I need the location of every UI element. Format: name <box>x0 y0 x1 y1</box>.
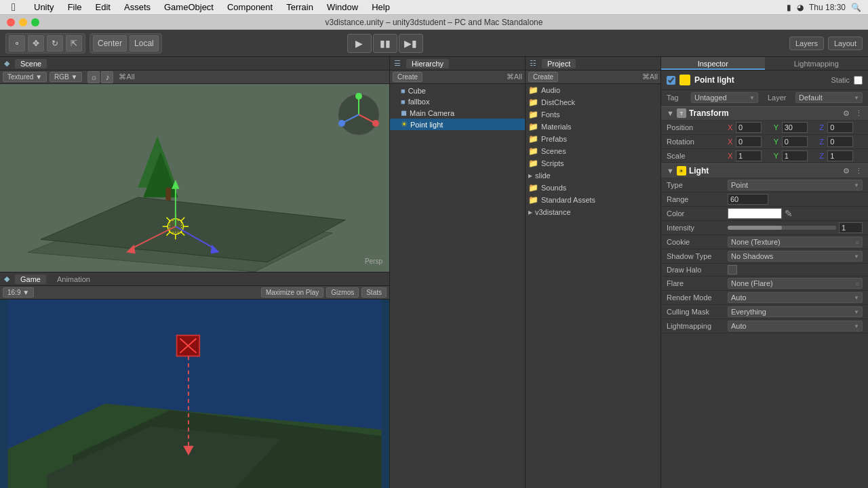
menu-component[interactable]: Component <box>220 0 279 15</box>
layer-dropdown[interactable]: Default ▼ <box>795 92 863 103</box>
hierarchy-item-main-camera[interactable]: ◼ Main Camera <box>390 107 525 119</box>
scale-y-input[interactable] <box>782 150 808 161</box>
battery-icon: ▮ <box>787 3 791 12</box>
scale-x-input[interactable] <box>736 150 762 161</box>
lightmapping-dropdown[interactable]: Auto ▼ <box>728 321 863 331</box>
ratio-button[interactable]: 16:9 ▼ <box>3 287 34 298</box>
menu-edit[interactable]: Edit <box>89 0 117 15</box>
apple-menu[interactable]:  <box>0 1 27 14</box>
tag-dropdown[interactable]: Untagged ▼ <box>691 92 758 103</box>
hierarchy-create-button[interactable]: Create <box>393 72 422 82</box>
project-folder-distcheck[interactable]: 📁 DistCheck <box>526 96 660 108</box>
folder-icon: 📁 <box>528 110 538 119</box>
rot-x-input[interactable] <box>736 136 762 147</box>
layers-dropdown[interactable]: Layers <box>789 37 824 50</box>
hierarchy-item-cube[interactable]: ■ Cube <box>390 85 525 96</box>
shadow-type-label: Shadow Type <box>667 252 728 260</box>
light-color-swatch[interactable] <box>728 208 782 219</box>
hand-tool-button[interactable]: ⚬ <box>9 35 25 52</box>
project-folder-materials[interactable]: 📁 Materials <box>526 121 660 133</box>
light-item-label: Point light <box>410 121 443 129</box>
minimize-button[interactable] <box>19 18 27 26</box>
stats-button[interactable]: Stats <box>361 287 387 298</box>
light-cookie-dropdown[interactable]: None (Texture) ○ <box>728 237 863 247</box>
scene-tab[interactable]: Scene <box>15 59 47 68</box>
project-file-slide[interactable]: ▸ slide <box>526 169 660 182</box>
menu-window[interactable]: Window <box>320 0 365 15</box>
menu-unity[interactable]: Unity <box>27 0 61 15</box>
transform-component-header[interactable]: ▼ T Transform ⚙ ⋮ <box>661 106 868 121</box>
intensity-value-input[interactable] <box>839 222 863 233</box>
light-component-header[interactable]: ▼ ☀ Light ⚙ ⋮ <box>661 163 868 178</box>
project-folder-standard-assets[interactable]: 📁 Standard Assets <box>526 194 660 206</box>
rot-y-input[interactable] <box>782 136 808 147</box>
transform-menu-icon[interactable]: ⋮ <box>855 109 863 118</box>
maximize-button[interactable] <box>31 18 39 26</box>
animation-tab[interactable]: Animation <box>52 274 96 284</box>
shadow-type-dropdown[interactable]: No Shadows ▼ <box>728 251 863 262</box>
render-mode-dropdown[interactable]: Auto ▼ <box>728 292 863 303</box>
layout-dropdown[interactable]: Layout <box>828 37 863 50</box>
light-intensity-field <box>728 222 863 233</box>
pause-button[interactable]: ▮▮ <box>373 34 397 53</box>
menu-help[interactable]: Help <box>365 0 397 15</box>
intensity-slider[interactable] <box>728 226 836 230</box>
scene-viewport[interactable]: Y X Z Persp <box>0 84 389 272</box>
flare-dropdown[interactable]: None (Flare) ○ <box>728 278 863 289</box>
project-folder-scripts[interactable]: 📁 Scripts <box>526 157 660 169</box>
close-button[interactable] <box>7 18 15 26</box>
pos-x-input[interactable]: 0 <box>736 122 762 133</box>
project-folder-sounds[interactable]: 📁 Sounds <box>526 182 660 194</box>
move-tool-button[interactable]: ✥ <box>28 35 44 52</box>
light-type-dropdown[interactable]: Point ▼ <box>728 180 863 190</box>
textured-button[interactable]: Textured ▼ <box>3 72 47 82</box>
rgb-button[interactable]: RGB ▼ <box>50 72 82 82</box>
lightmapping-tab[interactable]: Lightmapping <box>765 57 869 70</box>
fallbox-item-icon: ■ <box>401 98 406 106</box>
project-folder-audio[interactable]: 📁 Audio <box>526 84 660 96</box>
center-button[interactable]: Center <box>93 35 127 52</box>
cube-item-label: Cube <box>408 87 426 95</box>
local-button[interactable]: Local <box>130 35 159 52</box>
menu-terrain[interactable]: Terrain <box>279 0 320 15</box>
project-file-v3distance[interactable]: ▸ v3distance <box>526 206 660 218</box>
rotate-tool-button[interactable]: ↻ <box>47 35 63 52</box>
scale-z-input[interactable] <box>827 150 853 161</box>
hierarchy-tab[interactable]: Hierarchy <box>406 59 449 68</box>
menu-file[interactable]: File <box>61 0 89 15</box>
project-folder-scenes[interactable]: 📁 Scenes <box>526 145 660 157</box>
static-checkbox[interactable] <box>854 76 863 85</box>
light-settings-icon[interactable]: ⚙ <box>843 167 850 176</box>
maximize-play-button[interactable]: Maximize on Play <box>261 287 323 298</box>
pos-z-input[interactable]: 0 <box>827 122 853 133</box>
menu-gameobject[interactable]: GameObject <box>157 0 220 15</box>
project-create-button[interactable]: Create <box>528 72 558 82</box>
search-icon[interactable]: 🔍 <box>851 3 861 12</box>
layout-group: Layers Layout <box>789 37 863 50</box>
light-cookie-label: Cookie <box>667 238 728 246</box>
game-tab[interactable]: Game <box>15 274 46 284</box>
draw-halo-checkbox[interactable] <box>728 265 737 274</box>
scene-fx-button[interactable]: ☼ <box>87 71 100 83</box>
hierarchy-item-fallbox[interactable]: ■ fallbox <box>390 96 525 107</box>
light-menu-icon[interactable]: ⋮ <box>855 167 863 176</box>
culling-mask-dropdown[interactable]: Everything ▼ <box>728 306 863 317</box>
tag-value: Untagged <box>694 94 727 102</box>
gizmos-button[interactable]: Gizmos <box>326 287 359 298</box>
transform-settings-icon[interactable]: ⚙ <box>843 109 850 118</box>
rot-z-input[interactable] <box>827 136 853 147</box>
scale-tool-button[interactable]: ⇱ <box>66 35 82 52</box>
light-range-input[interactable] <box>728 194 768 205</box>
inspector-tab[interactable]: Inspector <box>661 57 765 70</box>
menu-assets[interactable]: Assets <box>117 0 157 15</box>
object-active-checkbox[interactable] <box>667 76 675 85</box>
scene-audio-button[interactable]: ♪ <box>101 71 113 83</box>
play-button[interactable]: ▶ <box>347 34 372 53</box>
step-button[interactable]: ▶▮ <box>399 34 423 53</box>
hierarchy-item-point-light[interactable]: ☀ Point light <box>390 119 525 130</box>
color-edit-icon[interactable]: ✎ <box>785 208 793 219</box>
project-folder-prefabs[interactable]: 📁 Prefabs <box>526 133 660 145</box>
project-folder-fonts[interactable]: 📁 Fonts <box>526 108 660 121</box>
project-tab[interactable]: Project <box>542 59 576 68</box>
pos-y-input[interactable]: 30 <box>782 122 808 133</box>
